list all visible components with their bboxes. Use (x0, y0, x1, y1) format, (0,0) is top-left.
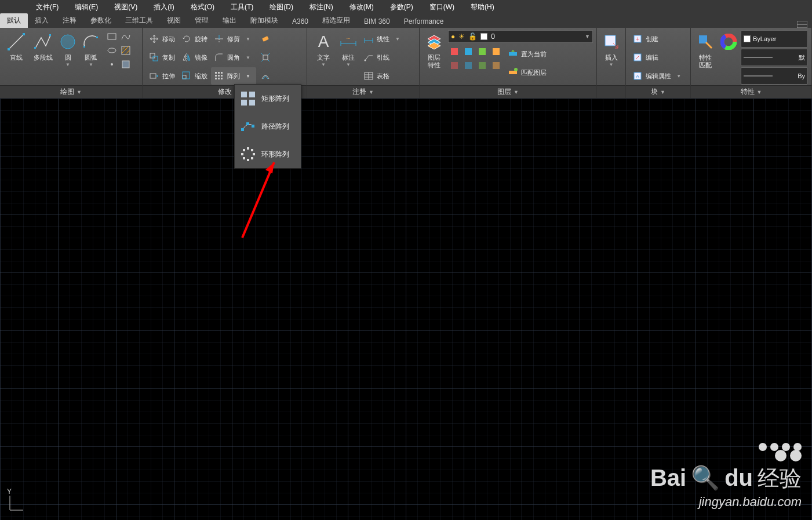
color-swatch (744, 35, 751, 42)
tab-bim360[interactable]: BIM 360 (357, 15, 397, 28)
layer-unlock-tool[interactable] (476, 59, 489, 72)
edit-block-tool[interactable]: 编辑 (629, 49, 687, 66)
move-tool[interactable]: 移动 (146, 30, 177, 48)
edit-attr-tool[interactable]: A编辑属性▼ (629, 67, 687, 85)
panel-properties-title[interactable]: 特性▼ (691, 85, 811, 98)
explode-tool[interactable] (257, 49, 274, 66)
offset-tool[interactable] (257, 67, 274, 85)
dim-tool[interactable]: ··· 标注▼ (337, 30, 359, 68)
layer-properties-tool[interactable]: 图层 特性 (423, 30, 445, 70)
layer-thaw-tool[interactable] (462, 59, 475, 72)
rectangular-array-option[interactable]: 矩形阵列 (235, 85, 301, 112)
svg-text:···: ··· (347, 36, 351, 41)
arc-tool[interactable]: 圆弧 ▼ (80, 30, 102, 68)
region-tool[interactable] (119, 58, 132, 71)
tab-manage[interactable]: 管理 (188, 13, 216, 28)
circle-tool[interactable]: 圆 ▼ (57, 30, 79, 68)
point-tool[interactable] (105, 58, 118, 71)
trim-tool[interactable]: 修剪▼ (211, 30, 256, 48)
leader-tool[interactable]: 引线 (361, 49, 406, 66)
tab-featured[interactable]: 精选应用 (315, 13, 357, 28)
panel-block-title[interactable]: 块▼ (626, 85, 690, 98)
scale-tool[interactable]: 缩放 (179, 67, 210, 85)
match-properties-tool[interactable]: 特性 匹配 (694, 30, 716, 70)
table-tool[interactable]: 表格 (361, 67, 406, 85)
tab-insert[interactable]: 插入 (28, 13, 56, 28)
tab-annotate[interactable]: 注释 (56, 13, 83, 28)
line-icon (6, 31, 27, 52)
erase-tool[interactable] (257, 30, 274, 48)
spline-tool[interactable] (119, 30, 132, 43)
menu-view[interactable]: 视图(V) (106, 0, 145, 14)
menu-insert[interactable]: 插入(I) (145, 0, 182, 14)
hatch-tool[interactable] (119, 44, 132, 57)
menu-tools[interactable]: 工具(T) (223, 0, 261, 14)
tab-view[interactable]: 视图 (160, 13, 188, 28)
menu-window[interactable]: 窗口(W) (421, 0, 463, 14)
menu-file[interactable]: 文件(F) (28, 0, 67, 14)
create-block-tool[interactable]: +创建 (629, 30, 687, 48)
circle-label: 圆 (65, 54, 71, 61)
svg-rect-18 (150, 53, 155, 58)
layer-off-tool[interactable] (490, 45, 503, 58)
color-tool[interactable] (718, 30, 740, 53)
menu-format[interactable]: 格式(O) (183, 0, 223, 14)
layer-lock-tool[interactable] (476, 45, 489, 58)
panel-layers-title[interactable]: 图层▼ (420, 85, 596, 98)
rotate-tool[interactable]: 旋转 (179, 30, 210, 48)
linetype-select[interactable]: By (741, 67, 808, 85)
insert-block-tool[interactable]: 插入▼ (600, 30, 622, 68)
svg-rect-81 (249, 100, 255, 106)
dropdown-icon: ▼ (242, 70, 254, 82)
tab-addins[interactable]: 附加模块 (243, 13, 285, 28)
mirror-tool[interactable]: 镜像 (179, 49, 210, 66)
linear-dim-tool[interactable]: 线性▼ (361, 30, 406, 48)
svg-rect-57 (479, 48, 486, 55)
rectangle-tool[interactable] (105, 30, 118, 43)
array-tool[interactable]: 阵列▼ (211, 67, 256, 85)
layer-on-tool[interactable] (490, 59, 503, 72)
line-tool[interactable]: 直线 (3, 30, 29, 63)
layer-uniso-tool[interactable] (448, 59, 461, 72)
tab-output[interactable]: 输出 (216, 13, 243, 28)
lineweight-select[interactable]: 默 (741, 49, 808, 66)
menu-edit[interactable]: 编辑(E) (67, 0, 106, 14)
copy-tool[interactable]: 复制 (146, 49, 177, 66)
insert-icon (601, 31, 622, 52)
tab-performance[interactable]: Performance (397, 15, 451, 28)
layer-freeze-tool[interactable] (462, 45, 475, 58)
bylayer-color[interactable]: ByLayer (741, 30, 808, 48)
stretch-tool[interactable]: 拉伸 (146, 67, 177, 85)
layer-selector[interactable]: ● ☀ 🔓 0 ▼ (448, 30, 593, 43)
tab-default[interactable]: 默认 (0, 13, 28, 28)
menu-draw[interactable]: 绘图(D) (261, 0, 301, 14)
svg-rect-9 (96, 37, 98, 38)
layer-color-swatch (480, 33, 487, 40)
match-layer-tool[interactable]: 匹配图层 (505, 64, 549, 81)
table-icon (363, 70, 374, 82)
dropdown-icon: ▼ (242, 33, 254, 45)
svg-rect-86 (253, 153, 255, 155)
svg-rect-78 (241, 92, 247, 97)
menu-modify[interactable]: 修改(M) (341, 0, 382, 14)
polyline-tool[interactable]: 多段线 (30, 30, 56, 63)
menu-dim[interactable]: 标注(N) (301, 0, 341, 14)
panel-draw-title[interactable]: 绘图▼ (0, 85, 142, 98)
polar-array-option[interactable]: 环形阵列 (235, 140, 301, 168)
menu-param[interactable]: 参数(P) (382, 0, 421, 14)
tab-parametric[interactable]: 参数化 (83, 13, 118, 28)
tab-3dtools[interactable]: 三维工具 (118, 13, 160, 28)
tab-a360[interactable]: A360 (285, 15, 315, 28)
tab-expression[interactable] (792, 21, 812, 28)
menu-bar: 文件(F) 编辑(E) 视图(V) 插入(I) 格式(O) 工具(T) 绘图(D… (0, 0, 812, 14)
ellipse-tool[interactable] (105, 44, 118, 57)
panel-annotate-title[interactable]: 注释▼ (307, 85, 419, 98)
svg-rect-33 (215, 78, 217, 79)
layer-iso-tool[interactable] (448, 45, 461, 58)
make-current-tool[interactable]: 置为当前 (505, 45, 549, 63)
fillet-tool[interactable]: 圆角▼ (211, 49, 256, 66)
text-tool[interactable]: A 文字▼ (311, 30, 336, 68)
menu-help[interactable]: 帮助(H) (463, 0, 503, 14)
ribbon: 直线 多段线 圆 ▼ 圆弧 ▼ (0, 28, 812, 99)
path-array-option[interactable]: 路径阵列 (235, 112, 301, 140)
